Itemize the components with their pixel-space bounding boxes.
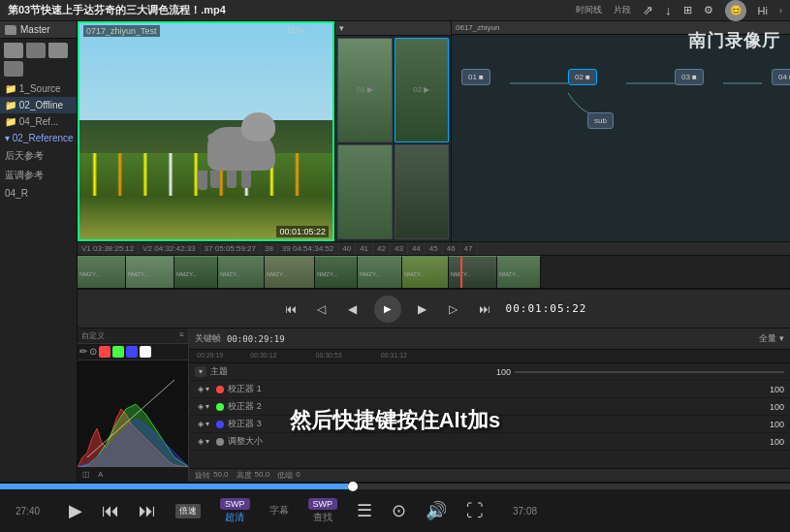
track-c3-label: 校正器 3 (228, 418, 753, 430)
skip-fwd-btn[interactable]: ⏭ (475, 299, 494, 319)
panel-node-graph: 0617_zhiyun 01 ■ 02 ■ 03 ■ 04 (451, 21, 790, 241)
settings-icon[interactable]: ⚙ (704, 4, 713, 16)
swatch-green[interactable] (112, 346, 124, 358)
fullscreen-icon: ⛶ (466, 502, 484, 519)
track-corrector1: ◈ ▾ 校正器 1 100 (189, 381, 790, 398)
frame-back-btn[interactable]: ◁ (312, 299, 332, 319)
prev-button[interactable]: ⏮ (102, 502, 119, 519)
speed-button[interactable]: 倍速 (175, 504, 201, 518)
height-val: 50.0 (255, 470, 270, 481)
clip-1: NMZY... (78, 256, 126, 289)
time-elapsed: 27:40 (16, 506, 49, 516)
pencil-icon[interactable]: ✏ (79, 346, 87, 358)
search-label: 查找 (313, 511, 332, 524)
prev-btn[interactable]: ◀ (343, 299, 363, 319)
crop-icon[interactable]: ⊞ (683, 4, 692, 16)
sidebar-item-offline[interactable]: 📁 02_Offline (0, 97, 77, 113)
play-pause-btn[interactable]: ▶ (374, 296, 401, 323)
time-47: 47 (460, 242, 478, 255)
panel-label-1: ▾ (339, 23, 344, 33)
chevron-right-icon: › (779, 6, 782, 16)
track-c3-indent: ◈ ▾ (195, 419, 212, 429)
auto-ctrl[interactable]: A (95, 469, 106, 480)
track-c1-indent: ◈ ▾ (195, 384, 212, 394)
swatch-blue[interactable] (126, 346, 138, 358)
track-c2-label: 校正器 2 (228, 400, 753, 413)
swp-badge-1: SWP (220, 498, 250, 510)
window-title: 第03节快速上手达芬奇的三大调色流程！.mp4 (8, 3, 226, 17)
rotate-label: 旋转 (195, 470, 210, 481)
track-c3-value: 100 (757, 420, 784, 429)
right-panels: ▾ 01 ▶ 02 ▶ 0617_zhiyun (334, 21, 790, 241)
next-btn[interactable]: ▶ (413, 299, 432, 319)
controls-area: ⏮ ◁ ◀ ▶ ▶ ▷ ⏭ 00:01:05:22 (78, 289, 790, 328)
timecode-display: 00:01:05:22 (506, 302, 587, 315)
node-02[interactable]: 02 ■ (568, 69, 597, 85)
time-remaining: 37:08 (503, 506, 537, 516)
folder-3 (48, 43, 68, 58)
time-46: 46 (443, 242, 460, 255)
subtitle-button[interactable]: 字幕 (269, 504, 289, 517)
timeline-label: 时间线 (576, 4, 602, 16)
sidebar-item-blue[interactable]: 蓝调参考 (0, 166, 77, 185)
keyframe-tracks: ▾ 主题 100 ◈ ▾ 校正器 1 100 ◈ ▾ 校正器 2 (189, 363, 790, 468)
timeline-strip: V1 03:38:25:12 V2 04:32:42:33 37 05:05:5… (78, 241, 790, 289)
search-button[interactable]: SWP 查找 (308, 498, 338, 524)
track-c2-dot (216, 403, 224, 411)
kf-time-4: 00:31:12 (362, 350, 427, 362)
sidebar-item-reference[interactable]: 📁 04_Ref... (0, 113, 77, 130)
panel-header-1: ▾ (335, 21, 451, 36)
video-timecode: 00:01:05:22 (276, 226, 329, 237)
center-area: 00:01:05:22 0717_zhiyun_Test 31% ▾ 01 ▶ … (78, 21, 790, 482)
clip-label: 片段 (614, 4, 631, 16)
next-button[interactable]: ⏭ (139, 502, 156, 519)
time-44: 44 (408, 242, 426, 255)
swatch-white[interactable] (140, 346, 151, 358)
download-icon[interactable]: ↓ (665, 3, 672, 17)
prev-icon: ⏮ (102, 502, 119, 519)
dog-head (241, 112, 275, 141)
sidebar-item-04r[interactable]: 04_R (0, 185, 77, 202)
sidebar-item-02ref[interactable]: ▾ 02_Reference (0, 130, 77, 146)
node-03[interactable]: 03 ■ (675, 69, 704, 85)
volume-button[interactable]: 🔊 (426, 502, 447, 519)
reference-label: 📁 04_Ref... (5, 116, 58, 127)
sidebar-item-source[interactable]: 📁 1_Source (0, 80, 77, 97)
track-corrector2: ◈ ▾ 校正器 2 100 (189, 398, 790, 416)
next-icon: ⏭ (139, 502, 156, 519)
circle-button[interactable]: ⊙ (392, 502, 406, 519)
dog-body (207, 127, 275, 171)
play-button[interactable]: ▶ (69, 502, 82, 519)
progress-bar[interactable] (0, 484, 790, 489)
time-37: 37 05:05:59:27 (201, 242, 261, 255)
node-01[interactable]: 01 ■ (461, 69, 490, 85)
val-rotate: 旋转 50.0 (195, 470, 229, 481)
track-main-label: 主题 (210, 365, 480, 378)
share-icon[interactable]: ⇗ (643, 3, 653, 17)
list-button[interactable]: ☰ (357, 502, 372, 519)
node-04[interactable]: 04 ■ (772, 69, 790, 85)
subtitle-label: 字幕 (269, 504, 289, 517)
time-43: 43 (391, 242, 408, 255)
swatch-red[interactable] (99, 346, 111, 358)
list-icon: ☰ (357, 502, 372, 519)
frame-fwd-btn[interactable]: ▷ (444, 299, 463, 319)
low-val: 0 (296, 470, 300, 481)
sidebar: Master 📁 1_Source 📁 02_Offline 📁 04_Ref.… (0, 21, 78, 482)
swp-badge-2: SWP (308, 498, 338, 510)
clip-9: NMZY... (449, 256, 497, 289)
skip-back-btn[interactable]: ⏮ (281, 299, 300, 319)
eyedropper-icon[interactable]: ⊙ (89, 346, 97, 358)
blue-label: 蓝调参考 (5, 170, 44, 180)
folder-4 (4, 61, 23, 77)
main-area: Master 📁 1_Source 📁 02_Offline 📁 04_Ref.… (0, 21, 790, 482)
clarity-button[interactable]: SWP 超清 (220, 498, 250, 524)
histogram-panel: 自定义 ≡ ✏ ⊙ (78, 329, 189, 482)
volume-icon: 🔊 (426, 502, 447, 519)
fullscreen-button[interactable]: ⛶ (466, 502, 484, 519)
time-45: 45 (426, 242, 443, 255)
node-sub[interactable]: sub (587, 112, 614, 129)
sidebar-item-houttian[interactable]: 后天参考 (0, 146, 77, 166)
info-bar: 旋转 50.0 高度 50.0 低端 0 (189, 468, 790, 482)
track-main-bar (515, 371, 784, 373)
